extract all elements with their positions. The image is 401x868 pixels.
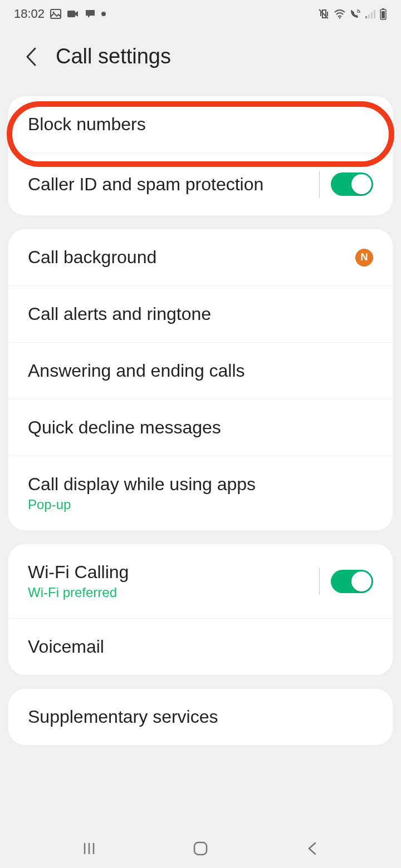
- toggle-knob: [351, 174, 371, 194]
- supplementary-label: Supplementary services: [28, 707, 218, 727]
- svg-rect-2: [67, 11, 75, 17]
- quick-decline-label: Quick decline messages: [28, 417, 221, 438]
- battery-icon: [379, 8, 387, 20]
- header: Call settings: [0, 28, 401, 91]
- svg-point-3: [339, 17, 341, 19]
- row-answering[interactable]: Answering and ending calls: [8, 343, 393, 400]
- nav-back-button[interactable]: [298, 835, 326, 862]
- row-block-numbers[interactable]: Block numbers: [8, 96, 393, 153]
- row-call-alerts[interactable]: Call alerts and ringtone: [8, 286, 393, 343]
- signal-icon: [365, 9, 376, 19]
- row-voicemail[interactable]: Voicemail: [8, 619, 393, 675]
- home-icon: [192, 840, 209, 857]
- toggle-divider: [319, 568, 320, 595]
- svg-rect-6: [371, 12, 373, 18]
- navigation-bar: [0, 829, 401, 868]
- row-quick-decline[interactable]: Quick decline messages: [8, 400, 393, 456]
- wifi-calling-label: Wi-Fi Calling: [28, 562, 129, 583]
- block-numbers-label: Block numbers: [28, 114, 146, 135]
- call-display-sublabel: Pop-up: [28, 497, 256, 512]
- row-caller-id-spam[interactable]: Caller ID and spam protection: [8, 153, 393, 215]
- wifi-icon: [334, 9, 346, 19]
- answering-label: Answering and ending calls: [28, 361, 245, 381]
- status-left: 18:02: [14, 7, 106, 21]
- voicemail-label: Voicemail: [28, 637, 104, 657]
- row-supplementary[interactable]: Supplementary services: [8, 689, 393, 745]
- svg-rect-0: [51, 9, 61, 18]
- chevron-left-icon: [306, 840, 317, 857]
- message-icon: [85, 9, 96, 19]
- recents-icon: [81, 841, 97, 856]
- call-background-label: Call background: [28, 247, 157, 268]
- svg-rect-5: [368, 14, 370, 18]
- svg-rect-4: [365, 16, 367, 18]
- caller-id-spam-label: Caller ID and spam protection: [28, 174, 263, 195]
- wifi-calling-icon: [349, 8, 361, 19]
- svg-rect-10: [382, 11, 385, 18]
- dot-icon: [101, 12, 106, 16]
- wifi-calling-toggle[interactable]: [331, 570, 373, 593]
- page-title: Call settings: [56, 45, 171, 68]
- new-badge: N: [355, 249, 373, 267]
- section-call-options: Call background N Call alerts and ringto…: [8, 229, 393, 530]
- svg-rect-7: [374, 10, 375, 18]
- image-icon: [50, 9, 61, 19]
- recents-button[interactable]: [75, 835, 103, 862]
- section-supplementary: Supplementary services: [8, 689, 393, 745]
- status-bar: 18:02: [0, 0, 401, 28]
- chevron-left-icon: [24, 46, 37, 67]
- camera-icon: [67, 9, 79, 18]
- toggle-knob: [351, 571, 371, 591]
- row-call-background[interactable]: Call background N: [8, 229, 393, 286]
- call-alerts-label: Call alerts and ringtone: [28, 304, 211, 324]
- back-button[interactable]: [19, 46, 42, 68]
- vibrate-icon: [318, 8, 330, 19]
- svg-rect-9: [382, 8, 384, 9]
- call-display-label: Call display while using apps: [28, 474, 256, 495]
- status-right: [318, 8, 387, 20]
- row-call-display[interactable]: Call display while using apps Pop-up: [8, 456, 393, 530]
- toggle-divider: [319, 171, 320, 198]
- svg-rect-14: [194, 842, 207, 855]
- section-blocking: Block numbers Caller ID and spam protect…: [8, 96, 393, 215]
- caller-id-toggle[interactable]: [331, 172, 373, 196]
- section-wifi-voicemail: Wi-Fi Calling Wi-Fi preferred Voicemail: [8, 544, 393, 675]
- row-wifi-calling[interactable]: Wi-Fi Calling Wi-Fi preferred: [8, 544, 393, 619]
- status-time: 18:02: [14, 7, 45, 21]
- wifi-calling-sublabel: Wi-Fi preferred: [28, 585, 129, 600]
- home-button[interactable]: [187, 835, 214, 862]
